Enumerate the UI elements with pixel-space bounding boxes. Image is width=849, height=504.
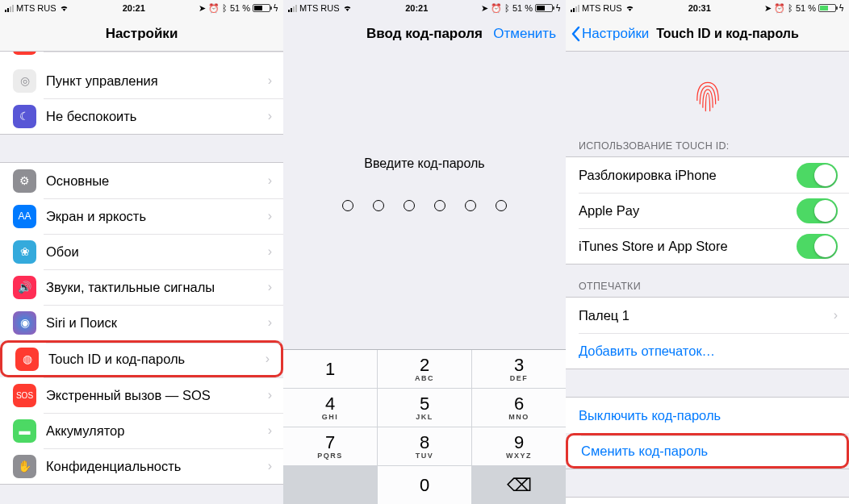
settings-row-control-center[interactable]: ◎ Пункт управления › <box>0 63 283 98</box>
add-fingerprint-row[interactable]: Добавить отпечаток… <box>566 333 849 369</box>
settings-row-dnd[interactable]: ☾ Не беспокоить › <box>0 98 283 134</box>
page-title: Ввод код-пароля <box>366 26 483 42</box>
battery-pct: 51 % <box>796 3 816 13</box>
settings-row-battery[interactable]: ▬ Аккумулятор › <box>0 413 283 448</box>
bluetooth-icon: ᛒ <box>222 3 228 13</box>
section-header: ОТПЕЧАТКИ <box>566 264 849 297</box>
chevron-right-icon: › <box>834 308 838 323</box>
change-passcode-row[interactable]: Сменить код-пароль <box>566 433 849 469</box>
key-7[interactable]: 7PQRS <box>283 427 377 465</box>
battery-pct: 51 % <box>230 3 250 13</box>
sound-icon: 🔊 <box>13 276 36 299</box>
key-5[interactable]: 5JKL <box>378 389 471 427</box>
wifi-icon <box>342 4 353 12</box>
fingerprint-icon <box>690 79 726 115</box>
chevron-right-icon: › <box>268 173 272 188</box>
signal-icon <box>5 5 14 12</box>
battery-icon <box>535 4 553 12</box>
settings-row-partial[interactable] <box>0 52 283 63</box>
carrier-label: MTS RUS <box>582 3 622 13</box>
status-time: 20:21 <box>353 3 481 13</box>
section-header: ИСПОЛЬЗОВАНИЕ TOUCH ID: <box>566 124 849 156</box>
key-9[interactable]: 9WXYZ <box>472 427 566 465</box>
settings-row-display[interactable]: AA Экран и яркость › <box>0 198 283 234</box>
gear-icon: ⚙ <box>13 169 36 193</box>
passcode-dots <box>283 200 566 211</box>
charging-icon: ϟ <box>555 3 561 14</box>
bluetooth-icon: ᛒ <box>504 3 510 13</box>
settings-row-sounds[interactable]: 🔊 Звуки, тактильные сигналы › <box>0 269 283 305</box>
navbar: Настройки <box>0 16 283 52</box>
carrier-label: MTS RUS <box>299 3 340 13</box>
key-backspace[interactable]: ⌫ <box>472 466 566 504</box>
toggle-switch[interactable] <box>797 198 838 223</box>
key-6[interactable]: 6MNO <box>472 389 566 427</box>
key-0[interactable]: 0 <box>378 466 471 504</box>
charging-icon: ϟ <box>839 3 844 14</box>
hand-icon: ✋ <box>13 455 36 478</box>
charging-icon: ϟ <box>273 3 278 14</box>
key-3[interactable]: 3DEF <box>472 350 566 388</box>
chevron-right-icon: › <box>268 209 272 223</box>
settings-screen: MTS RUS 20:21 ➤ ⏰ ᛒ 51 % ϟ Настройки ◎ П… <box>0 0 283 504</box>
key-1[interactable]: 1 <box>283 350 377 388</box>
key-2[interactable]: 2ABC <box>378 350 471 388</box>
fingerprint-row[interactable]: Палец 1 › <box>566 298 849 333</box>
chevron-right-icon: › <box>268 73 272 88</box>
status-bar: MTS RUS 20:31 ➤ ⏰ ᛒ 51 % ϟ <box>566 0 849 16</box>
settings-row-general[interactable]: ⚙ Основные › <box>0 163 283 198</box>
moon-icon: ☾ <box>13 105 36 128</box>
toggle-row-applepay: Apple Pay <box>566 193 849 228</box>
back-button[interactable]: Настройки <box>571 26 649 42</box>
app-icon <box>13 52 36 55</box>
settings-row-wallpaper[interactable]: ❀ Обои › <box>0 234 283 269</box>
signal-icon <box>288 5 297 12</box>
alarm-icon: ⏰ <box>774 3 785 14</box>
chevron-right-icon: › <box>268 109 272 123</box>
fingerprint-icon: ◍ <box>15 348 39 371</box>
chevron-right-icon: › <box>268 388 272 402</box>
status-time: 20:31 <box>635 3 764 13</box>
settings-row-touchid[interactable]: ◍ Touch ID и код-пароль › <box>0 340 283 377</box>
settings-row-sos[interactable]: SOS Экстренный вызов — SOS › <box>0 377 283 413</box>
toggle-switch[interactable] <box>797 163 838 188</box>
chevron-right-icon: › <box>268 244 272 259</box>
settings-row-siri[interactable]: ◉ Siri и Поиск › <box>0 305 283 340</box>
control-center-icon: ◎ <box>13 69 36 93</box>
bluetooth-icon: ᛒ <box>788 3 793 13</box>
key-8[interactable]: 8TUV <box>378 427 471 465</box>
alarm-icon: ⏰ <box>208 3 220 14</box>
battery-pct: 51 % <box>512 3 533 13</box>
navbar: Настройки Touch ID и код-пароль <box>566 16 849 52</box>
battery-icon <box>253 4 270 12</box>
passcode-entry-screen: MTS RUS 20:21 ➤ ⏰ ᛒ 51 % ϟ Ввод код-паро… <box>283 0 566 504</box>
chevron-right-icon: › <box>266 352 270 366</box>
battery-row-icon: ▬ <box>13 419 36 443</box>
carrier-label: MTS RUS <box>16 3 56 13</box>
signal-icon <box>571 5 579 12</box>
chevron-right-icon: › <box>268 459 272 473</box>
chevron-right-icon: › <box>268 315 272 330</box>
settings-row-privacy[interactable]: ✋ Конфиденциальность › <box>0 448 283 484</box>
numeric-keypad: 1 2ABC 3DEF 4GHI 5JKL 6MNO 7PQRS 8TUV 9W… <box>283 349 566 504</box>
touchid-settings-screen: MTS RUS 20:31 ➤ ⏰ ᛒ 51 % ϟ Настройки Tou… <box>566 0 849 504</box>
location-icon: ➤ <box>481 3 488 14</box>
key-4[interactable]: 4GHI <box>283 389 377 427</box>
location-icon: ➤ <box>199 3 206 14</box>
wifi-icon <box>59 4 69 12</box>
battery-icon <box>818 4 836 12</box>
turn-off-passcode-row[interactable]: Выключить код-пароль <box>566 398 849 433</box>
backspace-icon: ⌫ <box>507 477 532 494</box>
toggle-row-unlock: Разблокировка iPhone <box>566 157 849 193</box>
passcode-prompt: Введите код-пароль <box>283 156 566 171</box>
wallpaper-icon: ❀ <box>13 240 36 264</box>
toggle-row-itunes: iTunes Store и App Store <box>566 228 849 264</box>
toggle-switch[interactable] <box>797 234 838 259</box>
require-passcode-row[interactable]: Запрос код-пароля Сразу › <box>566 498 849 504</box>
chevron-left-icon <box>571 26 580 42</box>
alarm-icon: ⏰ <box>491 3 502 14</box>
cancel-button[interactable]: Отменить <box>493 26 556 42</box>
key-blank <box>283 466 377 504</box>
wifi-icon <box>625 4 635 12</box>
location-icon: ➤ <box>764 3 772 14</box>
